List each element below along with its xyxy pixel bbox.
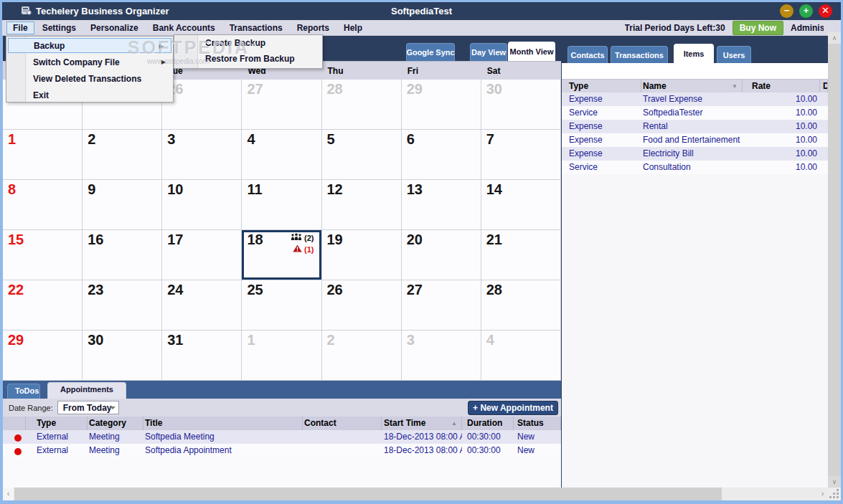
calendar-day-30-adjacent[interactable]: 30 <box>481 80 561 130</box>
calendar-day-2[interactable]: 2 <box>83 130 162 180</box>
calendar-day-13[interactable]: 13 <box>402 180 481 230</box>
table-row[interactable]: ExpenseTravel Expense10.00 <box>562 92 828 106</box>
appt-header-start-time[interactable]: Start Time▲ <box>382 417 462 430</box>
table-row[interactable]: ServiceSoftpediaTester10.00 <box>562 106 828 120</box>
menu-file[interactable]: File <box>6 22 34 34</box>
appt-header-category[interactable]: Category <box>88 417 143 430</box>
scroll-down-icon[interactable]: ∨ <box>828 476 841 488</box>
menu-reports[interactable]: Reports <box>291 22 336 34</box>
calendar-day-11[interactable]: 11 <box>242 180 321 230</box>
calendar-day-7[interactable]: 7 <box>481 130 561 180</box>
calendar-day-3[interactable]: 3 <box>162 130 242 180</box>
day-number: 11 <box>247 181 262 198</box>
calendar-day-4[interactable]: 4 <box>242 130 321 180</box>
tab-month-view[interactable]: Month View <box>508 42 555 61</box>
tab-contacts[interactable]: Contacts <box>568 46 608 63</box>
items-header-type[interactable]: Type <box>562 80 641 92</box>
calendar-day-20[interactable]: 20 <box>402 230 481 280</box>
close-icon[interactable]: ✕ <box>819 4 832 18</box>
calendar-day-19[interactable]: 19 <box>322 230 402 280</box>
menu-item-restore-from-backup[interactable]: Restore From Backup <box>174 51 322 67</box>
scroll-up-icon[interactable]: ∧ <box>828 32 841 44</box>
menu-item-switch-company-file[interactable]: Switch Company File▶ <box>6 54 173 71</box>
calendar-day-27-adjacent[interactable]: 27 <box>242 80 321 130</box>
calendar-day-29[interactable]: 29 <box>3 331 83 381</box>
tab-google-sync[interactable]: Google Sync <box>406 43 455 61</box>
calendar-day-1[interactable]: 1 <box>3 130 83 180</box>
tab-todos[interactable]: ToDos <box>7 384 40 399</box>
calendar-day-3-adjacent[interactable]: 3 <box>402 331 481 381</box>
calendar-day-24[interactable]: 24 <box>162 280 242 331</box>
calendar-day-21[interactable]: 21 <box>481 230 561 280</box>
calendar-day-31[interactable]: 31 <box>162 331 242 381</box>
vertical-scrollbar[interactable]: ∧ ∨ <box>828 32 841 488</box>
user-menu[interactable]: Administrator <box>791 23 824 33</box>
calendar-day-1-adjacent[interactable]: 1 <box>242 331 321 381</box>
menu-settings[interactable]: Settings <box>36 22 83 34</box>
minimize-icon[interactable]: − <box>780 4 793 18</box>
scroll-left-icon[interactable]: ‹ <box>3 488 14 500</box>
calendar-day-10[interactable]: 10 <box>162 180 242 230</box>
items-header-rate[interactable]: Rate <box>743 80 820 92</box>
tab-items[interactable]: Items <box>674 44 714 63</box>
calendar-day-8[interactable]: 8 <box>3 180 83 230</box>
appt-header-contact[interactable]: Contact <box>303 417 382 430</box>
appt-header-duration[interactable]: Duration <box>462 417 514 430</box>
calendar-day-29-adjacent[interactable]: 29 <box>402 80 481 130</box>
calendar-day-26-adjacent[interactable]: 26 <box>162 80 242 130</box>
buy-now-button[interactable]: Buy Now <box>733 21 783 35</box>
maximize-icon[interactable]: + <box>799 4 813 18</box>
scroll-right-icon[interactable]: › <box>817 488 828 500</box>
table-row[interactable]: ExpenseElectricity Bill10.00 <box>562 147 828 161</box>
calendar-day-27[interactable]: 27 <box>402 280 481 331</box>
menu-transactions[interactable]: Transactions <box>223 22 289 34</box>
calendar-day-12[interactable]: 12 <box>322 180 402 230</box>
tab-appointments[interactable]: Appointments <box>47 382 126 399</box>
meetings-badge: (2) <box>291 233 314 242</box>
appt-header-type[interactable]: Type <box>26 417 88 430</box>
items-header-description[interactable]: D <box>820 80 828 92</box>
tab-transactions[interactable]: Transactions <box>611 46 668 63</box>
menu-bank-accounts[interactable]: Bank Accounts <box>146 22 222 34</box>
items-header-name[interactable]: Name▼ <box>641 80 743 92</box>
menu-item-view-deleted-transactions[interactable]: View Deleted Transactions <box>6 71 173 87</box>
horizontal-scroll-thumb[interactable] <box>14 488 722 500</box>
calendar-day-28-adjacent[interactable]: 28 <box>322 80 402 130</box>
calendar-day-5[interactable]: 5 <box>322 130 402 180</box>
new-appointment-button[interactable]: + New Appointment <box>468 401 558 415</box>
table-row[interactable]: ExternalMeetingSoftpedia Appointment18-D… <box>3 444 561 457</box>
calendar-day-15[interactable]: 15 <box>3 230 83 280</box>
day-number: 28 <box>327 81 343 98</box>
table-row[interactable]: ExpenseRental10.00 <box>562 120 828 133</box>
tab-day-view[interactable]: Day View <box>470 43 507 61</box>
menu-personalize[interactable]: Personalize <box>84 22 145 34</box>
horizontal-scrollbar[interactable]: ‹ › <box>3 488 828 500</box>
menu-item-backup[interactable]: Backup▶ <box>8 38 171 53</box>
menu-item-exit[interactable]: Exit <box>6 87 173 104</box>
table-row[interactable]: ExternalMeetingSoftpedia Meeting18-Dec-2… <box>3 430 561 444</box>
calendar-day-25[interactable]: 25 <box>242 280 321 331</box>
menu-help[interactable]: Help <box>337 22 369 34</box>
calendar-day-28[interactable]: 28 <box>481 280 561 331</box>
resize-grip[interactable] <box>828 488 841 500</box>
calendar-day-22[interactable]: 22 <box>3 280 83 331</box>
calendar-day-17[interactable]: 17 <box>162 230 242 280</box>
calendar-day-4-adjacent[interactable]: 4 <box>481 331 561 381</box>
appt-header-status[interactable]: Status <box>514 417 561 430</box>
calendar-day-30[interactable]: 30 <box>83 331 162 381</box>
calendar-day-16[interactable]: 16 <box>83 230 162 280</box>
calendar-day-9[interactable]: 9 <box>83 180 162 230</box>
menu-item-create-backup[interactable]: Create Backup <box>174 35 322 51</box>
calendar-day-18[interactable]: 18(2)(1) <box>242 230 321 280</box>
table-row[interactable]: ExpenseFood and Entertainement10.00 <box>562 133 828 147</box>
table-row[interactable]: ServiceConsultation10.00 <box>562 161 828 174</box>
calendar-day-14[interactable]: 14 <box>481 180 561 230</box>
calendar-day-2-adjacent[interactable]: 2 <box>322 331 402 381</box>
appt-header-title[interactable]: Title <box>143 417 303 430</box>
tab-users[interactable]: Users <box>717 46 751 63</box>
calendar-day-26[interactable]: 26 <box>322 280 402 331</box>
calendar-day-23[interactable]: 23 <box>83 280 162 331</box>
date-range-select[interactable]: From Today <box>57 401 119 414</box>
calendar-day-6[interactable]: 6 <box>402 130 481 180</box>
day-header-sat: Sat <box>481 62 561 80</box>
